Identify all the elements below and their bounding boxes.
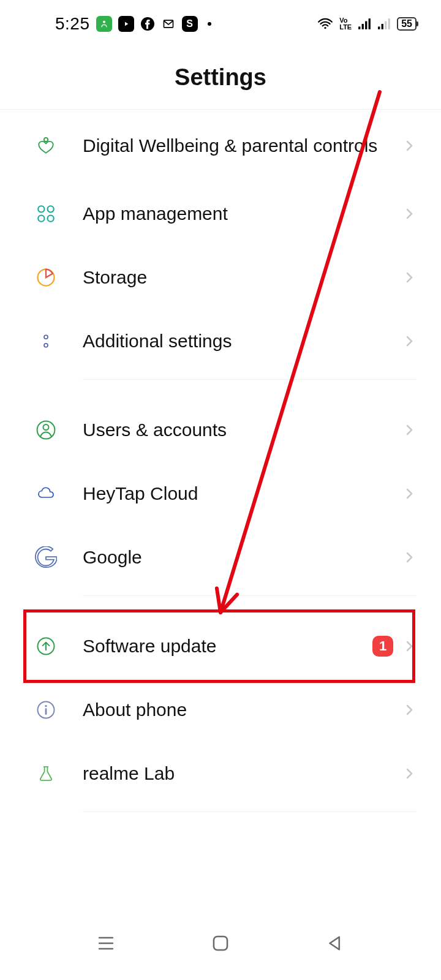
- google-icon: [34, 545, 58, 570]
- nav-home-button[interactable]: [205, 931, 236, 956]
- svg-point-4: [325, 26, 326, 28]
- settings-item-label: Additional settings: [58, 329, 402, 354]
- chevron-right-icon: [402, 206, 417, 221]
- lab-flask-icon: [34, 761, 58, 786]
- page-title: Settings: [0, 64, 441, 91]
- wellbeing-icon: [34, 134, 58, 158]
- settings-item-label: App management: [58, 202, 402, 227]
- svg-point-25: [45, 705, 47, 707]
- svg-rect-10: [382, 24, 383, 29]
- settings-item-google[interactable]: Google: [0, 526, 441, 589]
- svg-rect-6: [362, 24, 364, 29]
- chevron-right-icon: [402, 766, 417, 781]
- settings-item-digital-wellbeing[interactable]: Digital Wellbeing & parental controls: [0, 110, 441, 182]
- svg-rect-5: [358, 26, 360, 29]
- svg-rect-7: [365, 21, 367, 29]
- svg-rect-31: [214, 937, 227, 950]
- chevron-right-icon: [402, 550, 417, 565]
- status-time: 5:25: [55, 14, 90, 34]
- facebook-icon: [140, 17, 155, 31]
- settings-item-realme-lab[interactable]: realme Lab: [0, 742, 441, 805]
- apps-icon: [34, 202, 58, 226]
- settings-item-app-management[interactable]: App management: [0, 182, 441, 246]
- section-divider: [83, 812, 417, 812]
- settings-item-heytap-cloud[interactable]: HeyTap Cloud: [0, 462, 441, 526]
- settings-item-additional[interactable]: Additional settings: [0, 309, 441, 373]
- skype-icon: S: [182, 16, 198, 32]
- storage-icon: [34, 265, 58, 290]
- settings-item-software-update[interactable]: Software update 1: [0, 614, 441, 678]
- battery-indicator: 55: [397, 17, 417, 31]
- info-icon: [34, 698, 58, 722]
- settings-item-label: realme Lab: [58, 761, 402, 786]
- svg-rect-8: [369, 18, 371, 29]
- svg-point-20: [44, 344, 48, 347]
- nav-recent-button[interactable]: [91, 931, 121, 956]
- settings-item-label: Google: [58, 545, 402, 570]
- navigation-bar: [0, 919, 441, 968]
- settings-item-label: Storage: [58, 265, 402, 290]
- settings-item-label: Software update: [58, 634, 372, 659]
- settings-item-users-accounts[interactable]: Users & accounts: [0, 398, 441, 462]
- settings-item-label: HeyTap Cloud: [58, 481, 402, 507]
- svg-marker-1: [125, 21, 128, 26]
- svg-rect-17: [48, 216, 54, 222]
- settings-item-about-phone[interactable]: About phone: [0, 678, 441, 742]
- update-icon: [34, 634, 58, 658]
- settings-item-storage[interactable]: Storage: [0, 246, 441, 309]
- gmail-icon: [161, 18, 176, 30]
- page-header: Settings: [0, 40, 441, 109]
- users-icon: [34, 418, 58, 442]
- settings-item-label: About phone: [58, 698, 402, 723]
- chevron-right-icon: [402, 138, 417, 153]
- status-bar: 5:25 S VoLTE 55: [0, 0, 441, 40]
- svg-point-13: [44, 138, 48, 141]
- chevron-right-icon: [402, 639, 417, 654]
- section-divider: [83, 595, 417, 596]
- status-bar-left: 5:25 S: [55, 14, 211, 34]
- settings-item-label: Digital Wellbeing & parental controls: [58, 134, 402, 159]
- settings-item-label: Users & accounts: [58, 418, 402, 443]
- svg-rect-26: [45, 708, 47, 715]
- chevron-right-icon: [402, 334, 417, 349]
- svg-rect-16: [38, 216, 44, 222]
- svg-point-19: [44, 335, 48, 339]
- svg-rect-14: [38, 206, 44, 212]
- settings-list: Digital Wellbeing & parental controls Ap…: [0, 110, 441, 812]
- signal-icon-2: [377, 17, 391, 31]
- notification-app-icon-1: [96, 16, 112, 32]
- svg-point-0: [103, 20, 105, 23]
- cloud-icon: [34, 481, 58, 506]
- status-bar-right: VoLTE 55: [317, 16, 417, 32]
- chevron-right-icon: [402, 486, 417, 501]
- chevron-right-icon: [402, 703, 417, 717]
- notification-badge: 1: [372, 636, 393, 657]
- svg-rect-12: [388, 18, 390, 29]
- additional-settings-icon: [34, 329, 58, 353]
- nav-back-button[interactable]: [320, 931, 350, 956]
- svg-point-22: [43, 424, 49, 430]
- wifi-icon: [317, 16, 333, 32]
- chevron-right-icon: [402, 270, 417, 285]
- signal-icon-1: [358, 17, 371, 31]
- chevron-right-icon: [402, 423, 417, 437]
- youtube-icon: [118, 16, 134, 32]
- volte-indicator: VoLTE: [339, 17, 352, 31]
- more-notifications-dot: [208, 22, 211, 26]
- section-divider: [83, 379, 417, 380]
- svg-rect-9: [378, 26, 380, 29]
- svg-rect-11: [385, 21, 386, 29]
- svg-rect-15: [48, 206, 54, 212]
